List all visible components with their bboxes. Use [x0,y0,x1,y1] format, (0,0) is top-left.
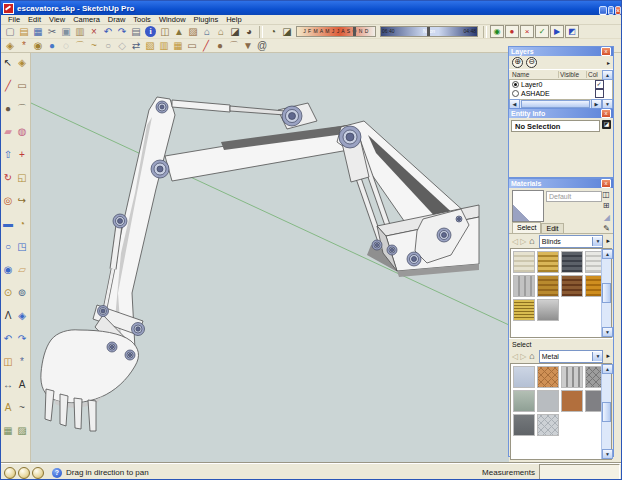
plugin-apply-icon[interactable]: ✓ [535,25,549,38]
help-icon[interactable]: ? [52,468,62,478]
protractor-icon[interactable]: ◔ [16,217,29,230]
open-icon[interactable]: ▤ [17,25,31,38]
get-current-view-icon[interactable]: ◫ [158,25,172,38]
flip-icon[interactable]: ⇄ [129,39,143,52]
intersect-icon[interactable]: ◉ [31,39,45,52]
swatch-metal-sage[interactable] [513,390,535,412]
plugin-delete-icon[interactable]: × [520,25,534,38]
delete-icon[interactable]: × [87,25,101,38]
line-icon[interactable]: ╱ [2,79,15,92]
photo-textures-icon[interactable]: ▨ [186,25,200,38]
tab-select[interactable]: Select [512,222,541,233]
entity-info-title-bar[interactable]: Entity Info x [509,109,613,118]
sphere-icon[interactable]: ● [45,39,59,52]
secondary-details-icon[interactable]: ▸ [606,352,610,360]
layers-col-name[interactable]: Name [509,71,558,78]
plugin-export-icon[interactable]: ◩ [565,25,579,38]
back-icon[interactable]: ◁ [512,352,518,361]
scroll-down-icon[interactable]: ▼ [602,449,613,459]
menu-tools[interactable]: Tools [129,15,155,24]
push-pull-icon[interactable]: ⇧ [2,148,15,161]
layers-scroll-up-icon[interactable]: ▲ [602,70,613,80]
rectangle-tool-icon[interactable]: ▭ [185,39,199,52]
layers-hscrollbar[interactable]: ◀ ▶ ▼ [509,99,613,108]
shadow-month-slider[interactable]: J F M A M J J A S O N D [296,26,376,37]
zoom-icon[interactable]: ○ [2,240,15,253]
tape-measure-icon[interactable]: ▬ [2,217,15,230]
zoom-extents-icon[interactable]: ◈ [16,309,29,322]
next-view-icon[interactable]: ↷ [16,332,29,345]
chevron-down-icon[interactable]: ▼ [592,352,602,361]
make-component-icon[interactable]: ◈ [16,56,29,69]
scroll-up-icon[interactable]: ▲ [602,249,613,259]
menu-file[interactable]: File [4,15,24,24]
section-plane-icon[interactable]: ◫ [2,355,15,368]
tab-edit[interactable]: Edit [541,223,563,233]
maximize-button[interactable]: □ [608,6,614,15]
material-name-field[interactable]: Default [546,191,602,202]
home-icon[interactable]: ⌂ [529,351,534,361]
circle-tool-icon[interactable]: ● [213,39,227,52]
pan-icon[interactable]: ▱ [16,263,29,276]
layer-row[interactable]: Layer0✓ [510,80,612,89]
layer-visible-checkbox[interactable] [595,89,604,98]
menu-window[interactable]: Window [155,15,190,24]
axes-icon[interactable]: * [16,355,29,368]
rotate-icon[interactable]: ↻ [2,171,15,184]
scroll-thumb[interactable] [602,402,611,422]
copy-icon[interactable]: ▣ [59,25,73,38]
plugin-play-icon[interactable]: ▶ [550,25,564,38]
move-icon[interactable]: + [16,148,29,161]
layers-title-bar[interactable]: Layers x [509,47,613,56]
home-icon[interactable]: ⌂ [529,236,534,246]
materials-close-icon[interactable]: x [601,179,611,188]
eraser-icon[interactable]: ▰ [2,125,15,138]
shadow-settings-icon[interactable]: ◔ [266,25,280,38]
position-camera-icon[interactable]: ⊙ [2,286,15,299]
polygon-tool-icon[interactable]: ▼ [241,39,255,52]
send-to-layout-icon[interactable]: ◪ [228,25,242,38]
swatch-metal-dark-gray[interactable] [513,414,535,436]
orbit-icon[interactable]: ◉ [2,263,15,276]
line-tool-icon[interactable]: ╱ [199,39,213,52]
layers-hscroll-thumb[interactable] [521,100,590,108]
create-material-icon[interactable]: ⊞ [601,201,611,211]
forward-icon[interactable]: ▷ [520,237,526,246]
cut-icon[interactable]: ✂ [45,25,59,38]
soften-edges-icon[interactable]: ◌ [59,39,73,52]
entity-info-close-icon[interactable]: x [601,109,611,118]
swatch-metal-speckled-gray[interactable] [537,390,559,412]
remove-layer-button[interactable]: ⊖ [526,57,537,68]
shell-icon[interactable]: ○ [101,39,115,52]
freehand-icon[interactable]: ~ [16,401,29,414]
display-secondary-pane-icon[interactable]: ◫ [601,190,611,200]
look-around-icon[interactable]: ⊚ [16,286,29,299]
swatch-blind-gold[interactable] [537,251,559,273]
get-models-icon[interactable]: ⌂ [200,25,214,38]
3d-text-icon[interactable]: A [2,401,15,414]
swatch-metal-copper-plate[interactable] [537,366,559,388]
save-icon[interactable]: ▦ [31,25,45,38]
scroll-thumb[interactable] [602,283,611,303]
sandbox-smoove-icon[interactable]: ▨ [16,424,29,437]
offset-icon[interactable]: ◎ [2,194,15,207]
swatch-metal-rust[interactable] [561,390,583,412]
dice-tool-icon[interactable]: ▦ [171,39,185,52]
menu-view[interactable]: View [45,15,69,24]
arc-icon[interactable]: ⌒ [16,102,29,115]
secondary-collection-dropdown[interactable]: Metal ▼ [539,350,604,363]
swatch-blind-gold-narrow[interactable] [513,299,535,321]
layers-close-icon[interactable]: x [601,47,611,56]
layer-radio[interactable] [512,90,519,97]
swatch-metal-light-blue[interactable] [513,366,535,388]
model-info-icon[interactable]: i [145,26,156,37]
dimension-icon[interactable]: ↔ [2,378,15,391]
blinds-scrollbar[interactable]: ▲ ▼ [601,249,611,337]
share-model-icon[interactable]: ⌂ [214,25,228,38]
previous-view-icon[interactable]: ↶ [2,332,15,345]
paint-bucket-icon[interactable]: ◍ [16,125,29,138]
box-tool-icon[interactable]: ▧ [143,39,157,52]
back-icon[interactable]: ◁ [512,237,518,246]
follow-me-icon[interactable]: ↪ [16,194,29,207]
forward-icon[interactable]: ▷ [520,352,526,361]
